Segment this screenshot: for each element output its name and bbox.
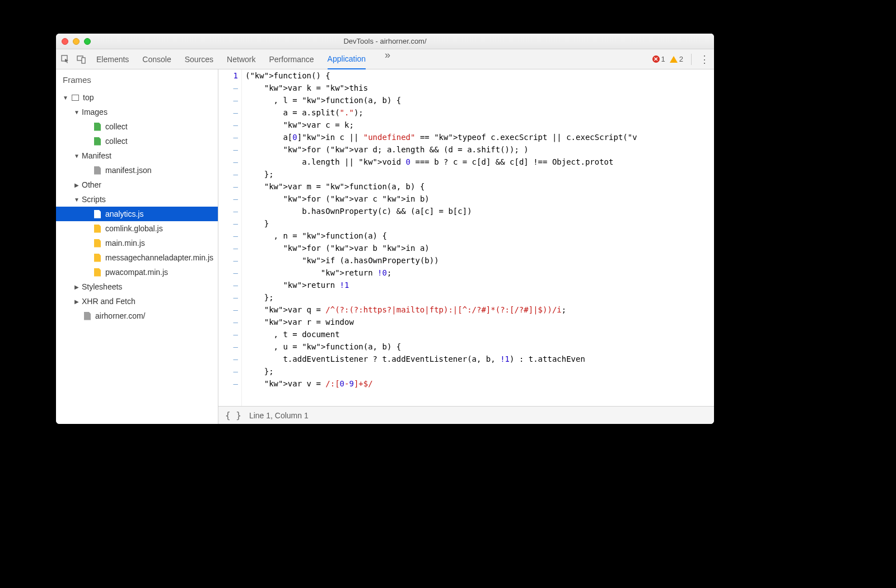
disclosure-triangle-icon[interactable]: ▶ [74, 284, 80, 290]
frames-sidebar: Frames ▼ top ▼ Images collect collec [56, 69, 218, 424]
tree-group-images[interactable]: ▼ Images [56, 105, 218, 119]
disclosure-triangle-icon[interactable]: ▼ [74, 153, 80, 159]
warning-count: 2 [679, 55, 683, 63]
minimize-icon[interactable] [73, 38, 80, 45]
tree-group-other[interactable]: ▶ Other [56, 178, 218, 192]
tree-label: analytics.js [105, 209, 143, 218]
tree-label: Other [82, 180, 101, 189]
error-icon: ✕ [652, 55, 660, 63]
tree-file-collect[interactable]: collect [56, 134, 218, 148]
svg-rect-2 [82, 58, 85, 63]
device-toggle-icon[interactable] [76, 54, 86, 64]
tab-sources[interactable]: Sources [185, 49, 213, 69]
traffic-lights [62, 38, 91, 45]
tree-label: collect [105, 122, 128, 131]
file-icon [93, 137, 102, 146]
tree-group-stylesheets[interactable]: ▶ Stylesheets [56, 279, 218, 294]
file-icon [93, 253, 102, 262]
tree-label: Scripts [82, 195, 106, 204]
window-title: DevTools - airhorner.com/ [56, 37, 714, 45]
tree-label: pwacompat.min.js [105, 268, 168, 277]
tree-file-msgchan[interactable]: messagechanneladapter.min.js [56, 250, 218, 265]
tree-node-top[interactable]: ▼ top [56, 90, 218, 105]
tree-file-pwacompat[interactable]: pwacompat.min.js [56, 265, 218, 279]
settings-kebab-icon[interactable]: ⋮ [699, 53, 710, 66]
tree-label: collect [105, 137, 128, 146]
file-icon [93, 209, 102, 218]
disclosure-triangle-icon[interactable]: ▼ [74, 197, 80, 203]
line-gutter[interactable]: 1––––––––––––––––––––––––– [218, 69, 242, 406]
devtools-window: DevTools - airhorner.com/ Elements Conso… [56, 34, 714, 424]
tree-file-manifest[interactable]: manifest.json [56, 163, 218, 178]
tree-label: XHR and Fetch [82, 297, 136, 306]
file-icon [83, 311, 92, 320]
tree-label: Images [82, 108, 108, 116]
tree-group-xhr[interactable]: ▶ XHR and Fetch [56, 294, 218, 309]
tree-label: Manifest [82, 151, 111, 160]
tree-group-manifest[interactable]: ▼ Manifest [56, 148, 218, 163]
file-icon [93, 166, 102, 175]
statusbar: { } Line 1, Column 1 [218, 406, 714, 424]
tree-group-scripts[interactable]: ▼ Scripts [56, 192, 218, 207]
file-icon [93, 224, 102, 233]
frame-icon [71, 93, 80, 102]
tree-file-analytics[interactable]: analytics.js [56, 207, 218, 221]
file-icon [93, 122, 102, 131]
pretty-print-icon[interactable]: { } [225, 410, 241, 421]
sidebar-header: Frames [56, 69, 218, 90]
close-icon[interactable] [62, 38, 68, 45]
tab-network[interactable]: Network [227, 49, 255, 69]
tab-console[interactable]: Console [142, 49, 171, 69]
warning-icon [670, 56, 678, 63]
tab-application[interactable]: Application [328, 49, 366, 69]
zoom-icon[interactable] [84, 38, 91, 45]
tree-label: main.min.js [105, 239, 145, 248]
error-count: 1 [661, 55, 665, 63]
tab-performance[interactable]: Performance [269, 49, 314, 69]
tree-label: Stylesheets [82, 282, 122, 291]
divider [691, 54, 692, 65]
tree-label: comlink.global.js [105, 224, 163, 233]
disclosure-triangle-icon[interactable]: ▶ [74, 298, 80, 305]
error-count-badge[interactable]: ✕ 1 [652, 55, 665, 63]
disclosure-triangle-icon[interactable]: ▼ [63, 95, 68, 101]
tree-file-mainmin[interactable]: main.min.js [56, 236, 218, 250]
disclosure-triangle-icon[interactable]: ▼ [74, 109, 80, 115]
cursor-position: Line 1, Column 1 [249, 411, 309, 420]
disclosure-triangle-icon[interactable]: ▶ [74, 182, 80, 188]
tree-label: airhorner.com/ [95, 311, 145, 320]
warning-count-badge[interactable]: 2 [670, 55, 683, 63]
tabs-overflow-icon[interactable]: » [385, 49, 390, 69]
file-icon [93, 268, 102, 277]
tree-file-root[interactable]: airhorner.com/ [56, 309, 218, 323]
tree-label: top [83, 93, 94, 102]
tree-label: manifest.json [105, 166, 151, 175]
source-viewer: 1––––––––––––––––––––––––– ("kw">functio… [218, 69, 714, 424]
titlebar: DevTools - airhorner.com/ [56, 34, 714, 49]
file-icon [93, 239, 102, 248]
frames-tree: ▼ top ▼ Images collect collect ▼ [56, 90, 218, 323]
tree-file-comlink[interactable]: comlink.global.js [56, 221, 218, 236]
inspect-icon[interactable] [60, 54, 71, 64]
toolbar: Elements Console Sources Network Perform… [56, 49, 714, 69]
code-content[interactable]: ("kw">function() { "kw">var k = "kw">thi… [242, 69, 714, 406]
tab-elements[interactable]: Elements [96, 49, 129, 69]
panel-tabs: Elements Console Sources Network Perform… [96, 49, 652, 69]
tree-file-collect[interactable]: collect [56, 119, 218, 134]
tree-label: messagechanneladapter.min.js [105, 253, 213, 262]
